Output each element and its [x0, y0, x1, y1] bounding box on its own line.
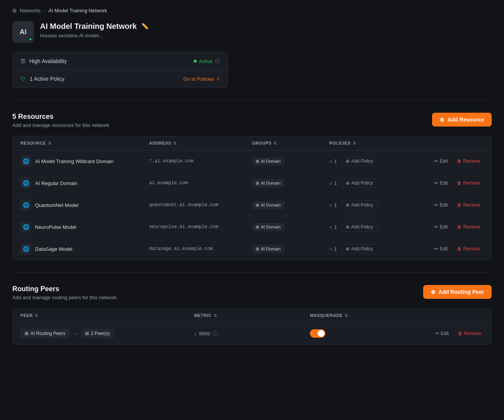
active-badge: Active ⓘ: [194, 58, 220, 65]
add-policy-button[interactable]: ⊕ Add Policy: [342, 244, 377, 253]
peer-sort-icon[interactable]: ⇅: [35, 313, 38, 318]
edit-peer-button[interactable]: ✏ Edit: [433, 330, 451, 337]
remove-resource-button[interactable]: 🗑 Remove: [455, 201, 483, 209]
add-icon: ⊕: [346, 246, 350, 252]
trash-icon: 🗑: [457, 202, 462, 208]
resource-name-cell: 🌐 AI Regular Domain: [20, 178, 149, 188]
masquerade-toggle[interactable]: [310, 329, 325, 338]
high-availability-card: ☰ High Availability Active ⓘ: [13, 52, 228, 70]
edit-resource-button[interactable]: ✏ Edit: [432, 223, 450, 231]
resource-name-cell: 🌐 NeuroPulse Model: [20, 222, 149, 232]
add-policy-button[interactable]: ⊕ Add Policy: [342, 200, 377, 210]
edit-resource-button[interactable]: ✏ Edit: [432, 245, 450, 253]
group-badge: ⊞ AI Domain: [252, 157, 284, 165]
policy-count-icon: ○: [329, 158, 332, 164]
metric-icon: ↕: [194, 331, 197, 337]
table-row: 🌐 DataSage Model datasage.ai.example.com…: [13, 238, 491, 260]
peers-table-header: PEER ⇅ METRIC ⇅ MASQUERADE ⇅: [13, 308, 491, 323]
remove-resource-button[interactable]: 🗑 Remove: [455, 179, 483, 187]
plus-icon: ⊕: [440, 117, 444, 123]
address-sort-icon[interactable]: ⇅: [173, 141, 177, 145]
group-icon: ⊞: [256, 203, 259, 208]
policy-count-icon: ○: [329, 180, 332, 186]
metric-cell: ↕ 9999 ⓘ: [194, 330, 310, 337]
routing-peers-section-header: Routing Peers Add and manage routing pee…: [12, 285, 492, 300]
add-policy-button[interactable]: ⊕ Add Policy: [342, 157, 377, 166]
breadcrumb-separator: ›: [44, 8, 45, 13]
address-cell: quantumnet.ai.example.com: [149, 202, 252, 208]
remove-resource-button[interactable]: 🗑 Remove: [455, 245, 483, 253]
group-badge: ⊞ AI Domain: [252, 179, 284, 187]
masquerade-cell: [310, 329, 426, 338]
active-status-text: Active: [199, 58, 213, 64]
edit-peer-icon: ✏: [435, 331, 439, 336]
shield-icon: 🛡: [20, 76, 26, 82]
resources-title: 5 Resources: [12, 113, 111, 121]
peer-actions-cell: ✏ Edit 🗑 Remove: [426, 330, 484, 337]
edit-resource-button[interactable]: ✏ Edit: [432, 201, 450, 209]
policy-count-icon: ○: [329, 224, 332, 230]
info-icon: ⓘ: [215, 58, 220, 65]
globe-icon: 🌐: [20, 200, 31, 210]
actions-col-header: [432, 141, 484, 145]
group-badge: ⊞ AI Domain: [252, 245, 284, 253]
server-icon: ☰: [20, 58, 25, 65]
network-info: AI Model Training Network ✏️ Houses sens…: [40, 21, 149, 38]
policies-cell: ○ 1 ⊕ Add Policy: [329, 200, 432, 210]
table-row: 🌐 AI Regular Domain ai.example.com ⊞ AI …: [13, 172, 491, 194]
metric-sort-icon[interactable]: ⇅: [214, 313, 217, 318]
remove-peer-button[interactable]: 🗑 Remove: [455, 330, 484, 337]
trash-icon: 🗑: [457, 246, 462, 252]
address-cell: datasage.ai.example.com: [149, 246, 252, 252]
table-row: 🌐 QuantumNet Model quantumnet.ai.example…: [13, 194, 491, 216]
globe-icon: 🌐: [20, 222, 31, 232]
section-divider-2: [12, 272, 492, 273]
policies-sort-icon[interactable]: ⇅: [353, 141, 356, 145]
sort-icon[interactable]: ⇅: [48, 141, 52, 145]
masquerade-col-header: MASQUERADE ⇅: [310, 313, 426, 318]
groups-cell: ⊞ AI Domain: [252, 179, 330, 187]
policy-card: 🛡 1 Active Policy Go to Policies ↗: [13, 70, 228, 87]
remove-resource-button[interactable]: 🗑 Remove: [455, 223, 483, 231]
breadcrumb-networks[interactable]: Networks: [20, 8, 40, 13]
add-resource-button[interactable]: ⊕ Add Resource: [432, 113, 492, 127]
policy-count-icon: ○: [329, 246, 332, 252]
plus-circle-icon: ⊕: [431, 289, 435, 295]
actions-cell: ✏ Edit 🗑 Remove: [432, 245, 484, 253]
groups-cell: ⊞ AI Domain: [252, 157, 330, 165]
networks-icon: ⊞: [12, 8, 17, 13]
resource-col-header: RESOURCE ⇅: [20, 141, 149, 145]
remove-resource-button[interactable]: 🗑 Remove: [455, 157, 483, 165]
routing-peers-table: PEER ⇅ METRIC ⇅ MASQUERADE ⇅ ⊞ AI Rou: [12, 308, 492, 345]
resources-section: 5 Resources Add and manage resources for…: [12, 113, 492, 260]
add-icon: ⊕: [346, 224, 350, 230]
masquerade-sort-icon[interactable]: ⇅: [345, 313, 348, 318]
group-icon: ⊞: [256, 181, 259, 186]
edit-network-button[interactable]: ✏️: [141, 22, 149, 30]
group-icon: ⊞: [256, 247, 259, 252]
toggle-thumb: [318, 330, 325, 337]
group-badge: ⊞ AI Domain: [252, 223, 284, 231]
routing-peers-subtitle: Add and manage routing peers for this ne…: [12, 295, 118, 300]
breadcrumb: ⊞ Networks › AI Model Training Network: [12, 8, 492, 13]
policies-cell: ○ 1 ⊕ Add Policy: [329, 157, 432, 166]
edit-resource-button[interactable]: ✏ Edit: [432, 157, 450, 165]
routing-peers-section: Routing Peers Add and manage routing pee…: [12, 285, 492, 345]
section-divider: [12, 100, 492, 100]
go-to-policies-link[interactable]: Go to Policies ↗: [183, 76, 220, 82]
address-col-header: ADDRESS ⇅: [149, 141, 252, 145]
table-row: 🌐 NeuroPulse Model neuropulse.ai.example…: [13, 216, 491, 238]
edit-icon: ✏: [434, 180, 438, 186]
avatar: AI: [12, 21, 34, 43]
edit-icon: ✏: [434, 224, 438, 230]
add-policy-button[interactable]: ⊕ Add Policy: [342, 178, 377, 188]
actions-cell: ✏ Edit 🗑 Remove: [432, 157, 484, 165]
network-header: AI AI Model Training Network ✏️ Houses s…: [12, 21, 492, 43]
peer-group-badge: ⊞ AI Routing Peers: [20, 329, 70, 338]
add-policy-button[interactable]: ⊕ Add Policy: [342, 222, 377, 232]
add-routing-peer-button[interactable]: ⊕ Add Routing Peer: [423, 285, 492, 299]
trash-icon: 🗑: [457, 158, 462, 164]
edit-resource-button[interactable]: ✏ Edit: [432, 179, 450, 187]
address-cell: neuropulse.ai.example.com: [149, 224, 252, 230]
groups-sort-icon[interactable]: ⇅: [273, 141, 277, 145]
